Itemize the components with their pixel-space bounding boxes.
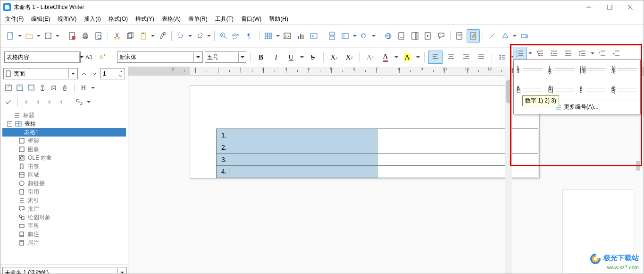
- insert-symbol-icon[interactable]: Ω: [358, 30, 370, 42]
- anchor-icon[interactable]: [38, 84, 47, 92]
- paragraph-style-combo[interactable]: [4, 51, 81, 63]
- numbering-style-option[interactable]: [577, 80, 609, 100]
- spin-up-icon[interactable]: [118, 69, 124, 74]
- basic-shapes-icon[interactable]: [499, 30, 511, 42]
- content-view-icon[interactable]: [4, 84, 13, 92]
- bookmark-icon[interactable]: [409, 30, 421, 42]
- font-color-dropdown[interactable]: [394, 51, 399, 63]
- nav-ole[interactable]: OLE 对象: [2, 154, 126, 162]
- cross-reference-icon[interactable]: [422, 30, 434, 42]
- menu-form[interactable]: 表单(R): [185, 14, 210, 24]
- para-spacing-increase-icon[interactable]: [596, 47, 609, 60]
- field-dropdown[interactable]: [352, 30, 357, 42]
- next-icon[interactable]: [45, 98, 54, 106]
- nav-sections[interactable]: 区域: [2, 171, 126, 179]
- nav-up-icon[interactable]: [80, 69, 88, 78]
- menu-help[interactable]: 帮助(H): [266, 14, 291, 24]
- table-cell[interactable]: [377, 166, 538, 178]
- font-size-dropdown-icon[interactable]: [238, 52, 246, 62]
- nav-type-input[interactable]: [12, 69, 68, 78]
- no-list-icon[interactable]: [534, 47, 547, 60]
- align-right-icon[interactable]: [460, 51, 473, 63]
- document-table[interactable]: 1. 2. 3. 4.: [216, 128, 538, 178]
- underline-dropdown[interactable]: [300, 51, 304, 63]
- subscript-button[interactable]: X2: [343, 51, 356, 63]
- paragraph-style-input[interactable]: [5, 52, 79, 62]
- nav-page-combo[interactable]: [100, 68, 125, 79]
- close-button[interactable]: [620, 0, 641, 14]
- menu-edit[interactable]: 编辑(E): [28, 14, 53, 24]
- shapes-dropdown[interactable]: [512, 30, 517, 42]
- new-icon[interactable]: [4, 30, 17, 42]
- menu-table[interactable]: 表格(A): [159, 14, 184, 24]
- copy-icon[interactable]: [124, 30, 136, 42]
- collapse-icon[interactable]: −: [7, 121, 12, 127]
- open-dropdown[interactable]: [36, 30, 41, 42]
- font-name-combo[interactable]: [117, 51, 203, 63]
- insert-field-icon[interactable]: [339, 30, 351, 42]
- insert-chart-icon[interactable]: [294, 30, 307, 42]
- link-dropdown[interactable]: [86, 96, 91, 108]
- minimize-button[interactable]: [578, 0, 599, 14]
- footnote-icon[interactable]: [395, 30, 408, 42]
- insert-table-icon[interactable]: [262, 30, 275, 42]
- nav-headings[interactable]: 标题: [2, 111, 126, 120]
- nav-type-combo[interactable]: [3, 68, 78, 79]
- cut-icon[interactable]: [111, 30, 123, 42]
- strikethrough-button[interactable]: S: [306, 51, 319, 63]
- navigator-tree[interactable]: 标题 − 表格 表格1 框架 图像 OLE 对象 书签 区域 超链接 引用 索引…: [0, 109, 128, 265]
- numbering-style-option[interactable]: [577, 60, 609, 80]
- save-icon[interactable]: [42, 30, 54, 42]
- underline-button[interactable]: U: [284, 51, 298, 63]
- active-doc-input[interactable]: [3, 268, 117, 274]
- highlight-color-icon[interactable]: A: [401, 51, 414, 63]
- nav-fields[interactable]: 字段: [2, 222, 126, 230]
- paste-icon[interactable]: [137, 30, 150, 42]
- menu-window[interactable]: 窗口(W): [238, 14, 264, 24]
- undo-dropdown[interactable]: [188, 30, 192, 42]
- font-size-combo[interactable]: [205, 51, 246, 63]
- nav-references[interactable]: 引用: [2, 188, 126, 196]
- superscript-button[interactable]: X2: [327, 51, 341, 63]
- menu-insert[interactable]: 插入(I): [81, 14, 103, 24]
- para-spacing-decrease-icon[interactable]: [610, 47, 623, 60]
- numbering-style-option[interactable]: [609, 60, 640, 80]
- page[interactable]: 1. 2. 3. 4.: [190, 86, 540, 179]
- formatting-marks-icon[interactable]: ¶: [244, 30, 256, 42]
- numbering-style-option[interactable]: [609, 80, 640, 100]
- line-spacing-dropdown[interactable]: [590, 47, 595, 60]
- table-cell[interactable]: 1.: [217, 129, 377, 141]
- menu-view[interactable]: 视图(V): [55, 14, 79, 24]
- redo-icon[interactable]: [193, 30, 206, 42]
- menu-format[interactable]: 格式(O): [106, 14, 131, 24]
- track-changes-icon[interactable]: [453, 30, 466, 42]
- footer-icon[interactable]: [27, 84, 35, 92]
- ordered-list-dropdown[interactable]: [528, 47, 533, 60]
- insert-textbox-icon[interactable]: A: [308, 30, 320, 42]
- spin-down-icon[interactable]: [118, 74, 124, 78]
- reminder-icon[interactable]: [50, 84, 58, 92]
- nav-hyperlinks[interactable]: 超链接: [2, 179, 126, 188]
- menu-styles[interactable]: 样式(Y): [133, 14, 157, 24]
- nav-bookmarks[interactable]: 书签: [2, 162, 126, 171]
- spellcheck-icon[interactable]: abc: [231, 30, 243, 42]
- font-name-input[interactable]: [117, 52, 193, 62]
- numbering-style-option[interactable]: [545, 60, 577, 80]
- clone-formatting-icon[interactable]: [156, 30, 168, 42]
- nav-tables[interactable]: − 表格: [2, 120, 126, 128]
- line-spacing-icon[interactable]: [576, 47, 589, 60]
- new-style-icon[interactable]: A+: [97, 51, 109, 63]
- nav-type-dropdown-icon[interactable]: [68, 69, 77, 78]
- decrease-indent-icon[interactable]: [562, 47, 575, 60]
- line-icon[interactable]: [486, 30, 498, 42]
- prev-icon[interactable]: [34, 98, 42, 106]
- undo-icon[interactable]: [175, 30, 187, 42]
- nav-footnotes[interactable]: 脚注: [2, 230, 126, 239]
- nav-endnotes[interactable]: 尾注: [2, 239, 126, 247]
- bold-button[interactable]: B: [254, 51, 268, 63]
- table-cell[interactable]: 3.: [217, 154, 377, 166]
- clear-formatting-icon[interactable]: A×: [364, 51, 377, 63]
- nav-page-input[interactable]: [101, 69, 118, 78]
- insert-image-icon[interactable]: [281, 30, 293, 42]
- header-icon[interactable]: [16, 84, 24, 92]
